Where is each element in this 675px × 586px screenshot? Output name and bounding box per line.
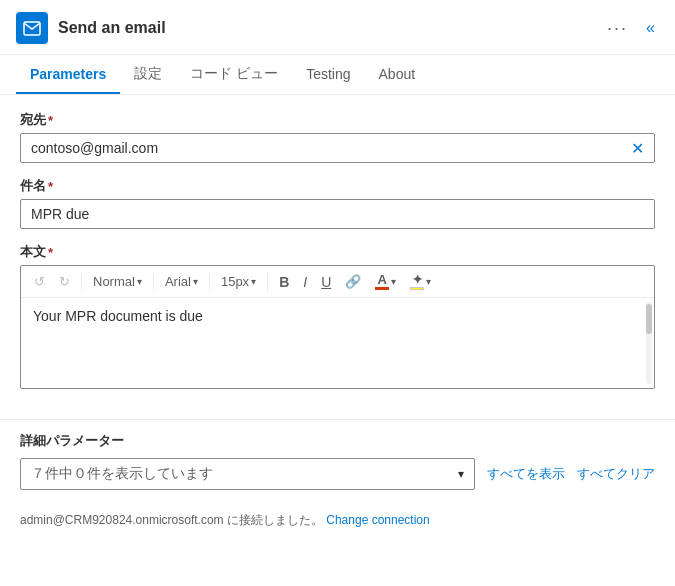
footer-text: admin@CRM920824.onmicrosoft.com に接続しました。 [20,513,323,527]
editor-body[interactable]: Your MPR document is due [21,298,654,388]
highlight-bar [410,287,424,290]
advanced-dropdown[interactable]: ７件中０件を表示しています ▾ [20,458,475,490]
tab-code-view[interactable]: コード ビュー [176,55,292,95]
toolbar-separator-2 [153,273,154,291]
to-input[interactable] [20,133,655,163]
advanced-row: ７件中０件を表示しています ▾ すべてを表示 すべてクリア [20,458,655,490]
underline-button[interactable]: U [316,271,336,293]
show-all-link[interactable]: すべてを表示 [487,465,565,483]
to-field-group: 宛先 * ✕ [20,111,655,163]
editor-scrollbar [646,302,652,384]
body-label: 本文 * [20,243,655,261]
undo-button[interactable]: ↺ [29,271,50,292]
redo-button[interactable]: ↻ [54,271,75,292]
tab-settings[interactable]: 設定 [120,55,176,95]
style-chevron-icon: ▾ [137,276,142,287]
toolbar-separator-1 [81,273,82,291]
font-chevron-icon: ▾ [193,276,198,287]
style-dropdown-button[interactable]: Normal ▾ [88,271,147,292]
form-body: 宛先 * ✕ 件名 * 本文 * ↺ ↻ [0,95,675,419]
clear-all-link[interactable]: すべてクリア [577,465,655,483]
subject-field-group: 件名 * [20,177,655,229]
tab-testing[interactable]: Testing [292,56,364,94]
to-input-wrapper: ✕ [20,133,655,163]
header-left: Send an email [16,12,166,44]
size-chevron-icon: ▾ [251,276,256,287]
editor-scrollbar-thumb [646,304,652,334]
subject-required-star: * [48,179,53,194]
tab-parameters[interactable]: Parameters [16,56,120,94]
footer: admin@CRM920824.onmicrosoft.com に接続しました。… [0,502,675,539]
toolbar-separator-3 [209,273,210,291]
highlight-button[interactable]: ✦ ▾ [405,270,436,293]
font-color-icon: A [375,273,389,290]
change-connection-link[interactable]: Change connection [326,513,429,527]
to-required-star: * [48,113,53,128]
advanced-dropdown-chevron-icon: ▾ [458,467,464,481]
header-actions: ··· « [601,16,659,41]
editor-content: Your MPR document is due [33,308,642,324]
to-clear-button[interactable]: ✕ [627,138,647,158]
link-icon: 🔗 [345,274,361,289]
editor-toolbar: ↺ ↻ Normal ▾ Arial ▾ 15px ▾ [21,266,654,298]
highlight-icon: ✦ [410,273,424,290]
more-options-icon[interactable]: ··· [601,16,634,41]
font-dropdown-button[interactable]: Arial ▾ [160,271,203,292]
italic-button[interactable]: I [298,271,312,293]
toolbar-separator-4 [267,273,268,291]
to-label: 宛先 * [20,111,655,129]
font-color-button[interactable]: A ▾ [370,270,401,293]
highlight-chevron-icon: ▾ [426,276,431,287]
font-color-bar [375,287,389,290]
size-dropdown-button[interactable]: 15px ▾ [216,271,261,292]
link-button[interactable]: 🔗 [340,271,366,292]
font-color-chevron-icon: ▾ [391,276,396,287]
rich-text-editor: ↺ ↻ Normal ▾ Arial ▾ 15px ▾ [20,265,655,389]
panel-title: Send an email [58,19,166,37]
body-field-group: 本文 * ↺ ↻ Normal ▾ Arial ▾ [20,243,655,389]
subject-input[interactable] [20,199,655,229]
tab-bar: Parameters 設定 コード ビュー Testing About [0,55,675,95]
app-icon [16,12,48,44]
header: Send an email ··· « [0,0,675,55]
bold-button[interactable]: B [274,271,294,293]
advanced-parameters-section: 詳細パラメーター ７件中０件を表示しています ▾ すべてを表示 すべてクリア [0,419,675,502]
subject-label: 件名 * [20,177,655,195]
tab-about[interactable]: About [365,56,430,94]
collapse-icon[interactable]: « [642,17,659,39]
advanced-parameters-label: 詳細パラメーター [20,432,655,450]
body-required-star: * [48,245,53,260]
